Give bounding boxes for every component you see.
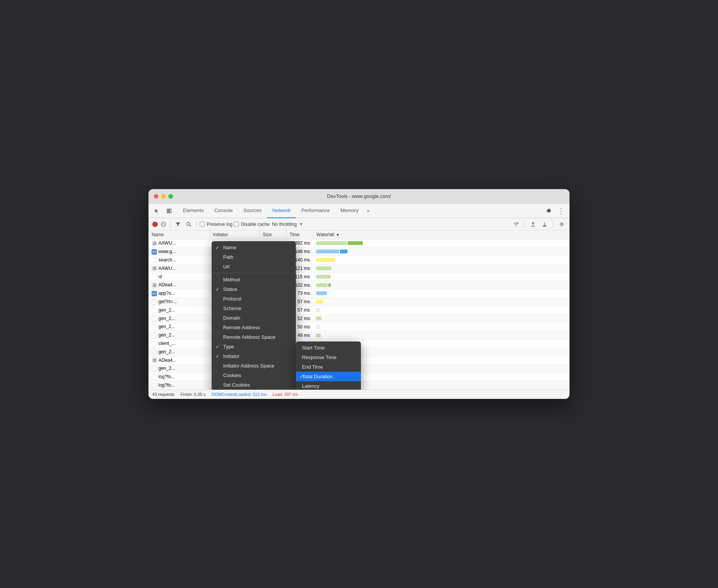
- toolbar-right: [511, 220, 566, 229]
- ctx-remote-address-space[interactable]: Remote Address Space: [212, 332, 296, 342]
- svg-rect-0: [167, 209, 169, 211]
- ctx-protocol[interactable]: Protocol: [212, 294, 296, 304]
- toolbar-sep-4: [553, 221, 553, 228]
- upload-icon[interactable]: [529, 220, 538, 229]
- svg-rect-1: [170, 209, 171, 213]
- maximize-button[interactable]: [168, 194, 173, 199]
- tab-elements[interactable]: Elements: [178, 204, 209, 218]
- waterfall-submenu: Start Time Response Time End Time Total …: [296, 341, 361, 390]
- submenu-total-duration[interactable]: Total Duration: [296, 372, 361, 381]
- ctx-initiator[interactable]: Initiator: [212, 351, 296, 361]
- ctx-type[interactable]: Type: [212, 342, 296, 351]
- status-bar: 43 requests Finish: 5.35 s DOMContentLoa…: [148, 390, 570, 399]
- download-icon[interactable]: [540, 220, 549, 229]
- cursor-icon[interactable]: [152, 206, 162, 216]
- ctx-initiator-address-space[interactable]: Initiator Address Space: [212, 361, 296, 371]
- network-toolbar: Preserve log Disable cache No throttling…: [148, 218, 570, 230]
- th-name[interactable]: Name: [148, 230, 210, 239]
- ctx-set-cookies[interactable]: Set Cookies: [212, 380, 296, 390]
- devtools-window: DevTools - www.google.com/ Elements Cons…: [148, 189, 570, 399]
- tab-actions: ⋮: [543, 206, 566, 216]
- th-time[interactable]: Time: [286, 230, 313, 239]
- disable-cache-checkbox[interactable]: [234, 222, 239, 227]
- more-options-icon[interactable]: ⋮: [556, 206, 566, 216]
- waterfall-arrow-icon: ▼: [336, 233, 339, 237]
- tab-console[interactable]: Console: [209, 204, 238, 218]
- devtools-tabs-bar: Elements Console Sources Network Perform…: [148, 204, 570, 218]
- ctx-name[interactable]: Name: [212, 243, 296, 252]
- toolbar-sep-1: [170, 221, 170, 228]
- finish-time: Finish: 5.35 s: [180, 392, 205, 397]
- close-button[interactable]: [154, 194, 158, 199]
- record-button[interactable]: [152, 222, 158, 227]
- traffic-lights: [154, 194, 173, 199]
- network-table-container: Name Initiator Size Time Waterfall ▼ 🖼AA…: [148, 230, 570, 390]
- svg-line-6: [189, 225, 191, 227]
- svg-line-4: [163, 223, 165, 225]
- tab-sources[interactable]: Sources: [238, 204, 267, 218]
- search-icon[interactable]: [184, 220, 193, 229]
- preserve-log-checkbox[interactable]: [200, 222, 205, 227]
- tab-performance[interactable]: Performance: [296, 204, 335, 218]
- ctx-sep-1: [212, 273, 296, 273]
- th-initiator[interactable]: Initiator: [210, 230, 259, 239]
- tabs-list: Elements Console Sources Network Perform…: [178, 204, 543, 218]
- tab-network[interactable]: Network: [267, 204, 296, 218]
- disable-cache-label[interactable]: Disable cache: [234, 222, 269, 227]
- titlebar: DevTools - www.google.com/: [148, 189, 570, 204]
- toolbar-sep-3: [524, 221, 525, 228]
- submenu-latency[interactable]: Latency: [296, 381, 361, 390]
- requests-count: 43 requests: [152, 392, 174, 397]
- ctx-domain[interactable]: Domain: [212, 313, 296, 323]
- preserve-log-label[interactable]: Preserve log: [200, 222, 232, 227]
- more-tabs-button[interactable]: »: [364, 204, 373, 218]
- window-title: DevTools - www.google.com/: [327, 193, 391, 199]
- svg-rect-2: [167, 211, 169, 213]
- submenu-start-time[interactable]: Start Time: [296, 343, 361, 353]
- network-settings-icon[interactable]: [557, 220, 566, 229]
- throttle-select[interactable]: No throttling: [271, 222, 298, 227]
- ctx-method[interactable]: Method: [212, 275, 296, 284]
- ctx-remote-address[interactable]: Remote Address: [212, 323, 296, 332]
- settings-icon[interactable]: [543, 206, 554, 216]
- minimize-button[interactable]: [161, 194, 166, 199]
- inspector-icon[interactable]: [164, 206, 175, 216]
- svg-point-9: [561, 223, 563, 225]
- th-size[interactable]: Size: [259, 230, 286, 239]
- toolbar-sep-2: [196, 221, 197, 228]
- wifi-icon[interactable]: [511, 220, 521, 229]
- context-menu: Name Path Url Method Status Protocol Sch…: [212, 241, 296, 390]
- load-time: Load: 397 ms: [273, 392, 298, 397]
- svg-point-5: [187, 222, 190, 225]
- submenu-end-time[interactable]: End Time: [296, 362, 361, 372]
- ctx-path[interactable]: Path: [212, 252, 296, 262]
- clear-button[interactable]: [161, 222, 166, 227]
- ctx-status[interactable]: Status: [212, 284, 296, 294]
- dom-content-loaded: DOMContentLoaded: 212 ms: [212, 392, 266, 397]
- throttle-arrow[interactable]: ▼: [299, 222, 303, 226]
- filter-icon[interactable]: [173, 220, 183, 229]
- table-header-row: Name Initiator Size Time Waterfall ▼: [148, 230, 570, 239]
- ctx-scheme[interactable]: Scheme: [212, 304, 296, 313]
- ctx-cookies[interactable]: Cookies: [212, 371, 296, 380]
- submenu-response-time[interactable]: Response Time: [296, 353, 361, 362]
- tab-icons: [152, 206, 175, 216]
- tab-memory[interactable]: Memory: [335, 204, 364, 218]
- th-waterfall[interactable]: Waterfall ▼: [313, 230, 570, 239]
- ctx-url[interactable]: Url: [212, 262, 296, 271]
